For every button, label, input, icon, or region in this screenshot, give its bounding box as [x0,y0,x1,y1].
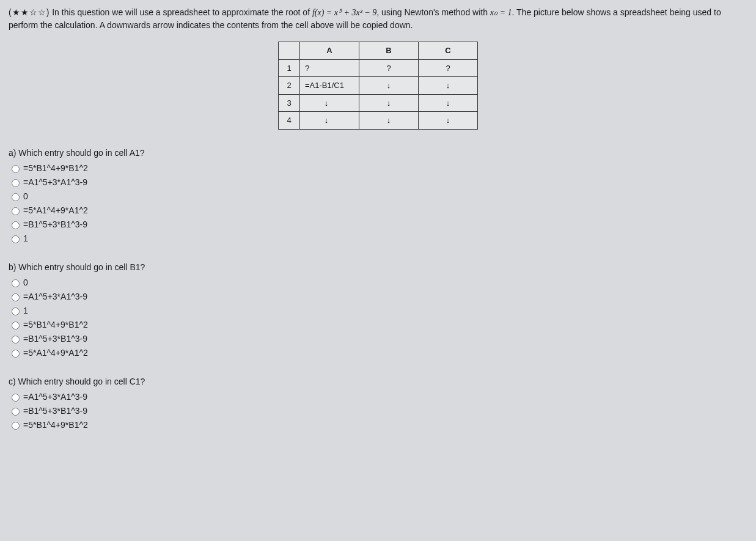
part-c-opt-1: =B1^5+3*B1^3-9 [23,405,87,418]
cell-c2: ↓ [419,77,478,95]
intro-text-1: In this question we will use a spreadshe… [50,7,312,17]
part-c: c) Which entry should go in cell C1? =A1… [9,375,747,432]
part-b-radio-0[interactable] [12,279,20,287]
cell-a4: ↓ [300,112,359,130]
part-b-opt-4: =B1^5+3*B1^3-9 [23,333,87,345]
part-c-label: c) Which entry should go in cell C1? [9,375,747,388]
part-c-radio-2[interactable] [12,422,20,430]
part-b-opt-2: 1 [23,304,28,317]
row-num-2: 2 [279,77,300,95]
row-num-4: 4 [279,112,300,130]
part-a-opt-0: =5*B1^4+9*B1^2 [23,162,88,175]
intro-text-2: , using Newton's method with [376,7,490,17]
x0-value: x₀ = 1 [490,8,512,17]
cell-c3: ↓ [419,94,478,112]
part-a-radio-5[interactable] [12,235,20,243]
cell-c4: ↓ [419,112,478,130]
spreadsheet-wrapper: A B C 1 ? ? ? 2 =A1-B1/C1 ↓ ↓ 3 ↓ ↓ ↓ 4 … [9,42,747,130]
part-c-radio-0[interactable] [12,394,20,402]
part-b-label: b) Which entry should go in cell B1? [9,261,747,274]
part-b-radio-3[interactable] [12,322,20,329]
part-a-opt-2: 0 [23,190,28,203]
cell-a3: ↓ [300,94,359,112]
col-head-a: A [300,42,359,60]
part-a-radio-3[interactable] [12,207,20,215]
row-num-1: 1 [279,59,300,77]
part-b-opt-1: =A1^5+3*A1^3-9 [23,290,87,303]
cell-a1: ? [300,59,359,77]
cell-a2: =A1-B1/C1 [300,77,359,95]
cell-b2: ↓ [359,77,419,95]
part-a-radio-1[interactable] [12,179,20,187]
part-b-opt-5: =5*A1^4+9*A1^2 [23,347,88,359]
part-a-opt-3: =5*A1^4+9*A1^2 [23,204,88,217]
part-b-radio-5[interactable] [12,350,20,358]
corner-cell [279,42,300,60]
part-a-label: a) Which entry should go in cell A1? [9,147,747,160]
part-b-radio-4[interactable] [12,336,20,344]
part-c-opt-0: =A1^5+3*A1^3-9 [23,391,87,403]
part-a-radio-4[interactable] [12,221,20,229]
part-a: a) Which entry should go in cell A1? =5*… [9,147,747,245]
part-c-radio-1[interactable] [12,408,20,416]
part-b: b) Which entry should go in cell B1? 0 =… [9,261,747,359]
part-b-radio-1[interactable] [12,293,20,301]
part-a-radio-0[interactable] [12,165,20,173]
cell-b3: ↓ [359,94,419,112]
part-a-opt-5: 1 [23,232,28,245]
spreadsheet-table: A B C 1 ? ? ? 2 =A1-B1/C1 ↓ ↓ 3 ↓ ↓ ↓ 4 … [278,42,478,130]
cell-b4: ↓ [359,112,419,130]
difficulty-stars: (★★☆☆) [9,7,50,17]
part-b-opt-3: =5*B1^4+9*B1^2 [23,318,88,331]
col-head-b: B [359,42,419,60]
part-a-radio-2[interactable] [12,193,20,201]
col-head-c: C [419,42,478,60]
part-b-opt-0: 0 [23,276,28,289]
part-c-opt-2: =5*B1^4+9*B1^2 [23,419,88,432]
question-intro: (★★☆☆) In this question we will use a sp… [9,6,747,32]
cell-c1: ? [419,59,478,77]
cell-b1: ? [359,59,419,77]
part-a-opt-4: =B1^5+3*B1^3-9 [23,218,87,231]
part-a-opt-1: =A1^5+3*A1^3-9 [23,176,87,189]
row-num-3: 3 [279,94,300,112]
part-b-radio-2[interactable] [12,307,20,315]
fx-expression: f(x) = x⁵ + 3x³ − 9 [312,8,376,17]
